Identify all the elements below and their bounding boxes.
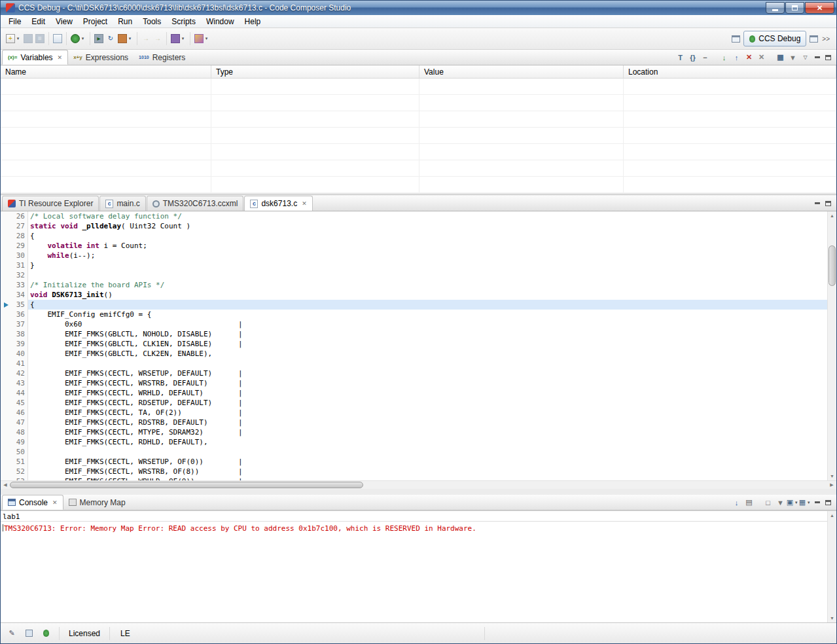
profile-button[interactable]: ▾ [169,31,187,46]
code-text[interactable]: EMIF_FMKS(CECTL, RDSTRB, DEFAULT) | [28,418,827,427]
maximize-view-button[interactable] [823,497,834,508]
code-text[interactable]: volatile int i = Count; [28,241,827,251]
console-scroll-down-arrow[interactable]: ▼ [828,614,836,622]
new-rendering-button[interactable]: ▦ [774,52,787,63]
code-text[interactable]: EMIF_FMKS(CECTL, WRSTRB, DEFAULT) | [28,378,827,388]
dropdown-arrow-icon[interactable]: ▾ [180,36,186,41]
open-log-button[interactable]: ▤ [743,497,755,509]
code-text[interactable] [28,270,827,280]
table-row[interactable] [1,111,836,128]
annotation-ruler[interactable] [1,260,11,270]
show-logical-structure-button[interactable]: {} [686,52,699,63]
minimize-view-button[interactable] [811,198,823,209]
trace-button[interactable]: ▾ [193,31,211,46]
menu-file[interactable]: File [3,16,26,27]
annotation-ruler[interactable] [1,339,11,349]
dropdown-arrow-icon[interactable]: ▾ [80,36,86,41]
annotation-ruler[interactable] [1,467,11,476]
code-text[interactable]: { [28,231,827,241]
code-text[interactable]: EMIF_FMKS(CECTL, TA, OF(2)) | [28,408,827,418]
annotation-ruler[interactable] [1,221,11,231]
pin-console-button[interactable]: ▼ [774,497,787,509]
editor-tab-ti-resource-explorer[interactable]: TI Resource Explorer [2,196,99,211]
code-text[interactable]: EMIF_FMKS(CECTL, WRHLD, DEFAULT) | [28,388,827,398]
display-console-button[interactable]: ▣▾ [787,497,799,509]
collapse-all-button[interactable]: − [699,52,711,63]
perspective-overflow-chevron[interactable]: >> [822,35,830,43]
minimize-view-button[interactable] [811,497,823,508]
annotation-ruler[interactable] [1,310,11,319]
menu-run[interactable]: Run [113,16,137,27]
annotation-ruler[interactable] [1,231,11,241]
annotation-ruler[interactable] [1,437,11,447]
open-perspective-button[interactable] [730,31,741,46]
editor-tab-tms320c6713-ccxml[interactable]: TMS320C6713.ccxml [147,196,244,211]
editor-tab-main-c[interactable]: cmain.c [99,196,145,211]
code-text[interactable]: while(i--); [28,251,827,260]
annotation-ruler[interactable] [1,457,11,467]
editor-tab-dsk6713-c[interactable]: cdsk6713.c✕ [244,196,312,211]
editor-vertical-scrollbar[interactable]: ▲ ▼ [827,211,836,480]
flash-button[interactable]: ▾ [116,31,134,46]
code-text[interactable]: EMIF_FMKS(CECTL, WRSTRB, OF(8)) | [28,467,827,476]
annotation-ruler[interactable] [1,427,11,437]
menu-tools[interactable]: Tools [137,16,166,27]
new-button[interactable]: +▾ [5,31,22,46]
column-header-type[interactable]: Type [211,65,419,78]
menu-window[interactable]: Window [201,16,240,27]
annotation-ruler[interactable] [1,251,11,260]
dropdown-arrow-icon[interactable]: ▾ [15,36,21,41]
code-text[interactable]: void DSK6713_init() [28,290,827,300]
export-log-button[interactable]: ↓ [730,497,743,509]
table-row[interactable] [1,160,836,177]
import-button[interactable]: ↓ [718,52,730,63]
menu-scripts[interactable]: Scripts [166,16,201,27]
variables-view-tab-registers[interactable]: 1010Registers [134,50,190,65]
annotation-ruler[interactable] [1,300,11,310]
minimize-window-button[interactable] [766,2,785,14]
variables-view-tab-variables[interactable]: (x)=Variables✕ [2,50,68,65]
scroll-down-arrow[interactable]: ▼ [828,472,836,480]
open-element-button[interactable] [52,31,63,46]
code-text[interactable]: EMIF_FMKS(CECTL, WRSETUP, DEFAULT) | [28,368,827,378]
code-text[interactable]: EMIF_FMKS(GBLCTL, NOHOLD, DISABLE) | [28,329,827,339]
annotation-ruler[interactable] [1,270,11,280]
maximize-view-button[interactable] [823,198,834,209]
code-text[interactable]: EMIF_FMKS(CECTL, MTYPE, SDRAM32) | [28,427,827,437]
table-row[interactable] [1,79,836,95]
variables-view-tab-expressions[interactable]: x+yExpressions [68,50,134,65]
scroll-left-arrow[interactable]: ◀ [1,481,10,490]
code-editor[interactable]: 26/* Local software delay function */27s… [1,211,827,480]
table-row[interactable] [1,128,836,144]
annotation-ruler[interactable] [1,378,11,388]
code-text[interactable] [28,447,827,457]
status-target-icon[interactable] [22,628,35,639]
table-row[interactable] [1,95,836,111]
code-text[interactable] [28,359,827,368]
close-tab-icon[interactable]: ✕ [302,200,307,207]
dropdown-arrow-icon[interactable]: ▾ [204,36,209,41]
scroll-right-arrow[interactable]: ▶ [827,481,836,490]
annotation-ruler[interactable] [1,319,11,329]
export-button[interactable]: ↑ [730,52,743,63]
code-text[interactable]: EMIF_FMKS(GBLCTL, CLK1EN, DISABLE) | [28,339,827,349]
connect-target-button[interactable]: ▸ [93,31,105,46]
console-vertical-scrollbar[interactable]: ▲ ▼ [827,511,836,622]
close-tab-icon[interactable]: ✕ [58,54,63,61]
editor-vscroll-thumb[interactable] [828,245,836,286]
annotation-ruler[interactable] [1,398,11,408]
column-header-location[interactable]: Location [624,65,836,78]
editor-hscroll-thumb[interactable] [10,482,363,488]
code-text[interactable]: EMIF_FMKS(CECTL, RDHLD, DEFAULT), [28,437,827,447]
table-row[interactable] [1,144,836,160]
annotation-ruler[interactable] [1,388,11,398]
remove-all-button[interactable]: ✕ [755,52,768,63]
column-header-name[interactable]: Name [1,65,211,78]
pin-view-button[interactable]: ▼ [787,52,799,63]
code-text[interactable]: EMIF_FMKS(GBLCTL, CLK2EN, ENABLE), [28,349,827,359]
column-header-value[interactable]: Value [419,65,624,78]
code-text[interactable]: EMIF_FMKS(CECTL, WRSETUP, OF(0)) | [28,457,827,467]
remove-button[interactable]: ✕ [743,52,755,63]
code-text[interactable]: EMIF_FMKS(CECTL, RDSETUP, DEFAULT) | [28,398,827,408]
code-text[interactable]: /* Initialize the board APIs */ [28,280,827,290]
